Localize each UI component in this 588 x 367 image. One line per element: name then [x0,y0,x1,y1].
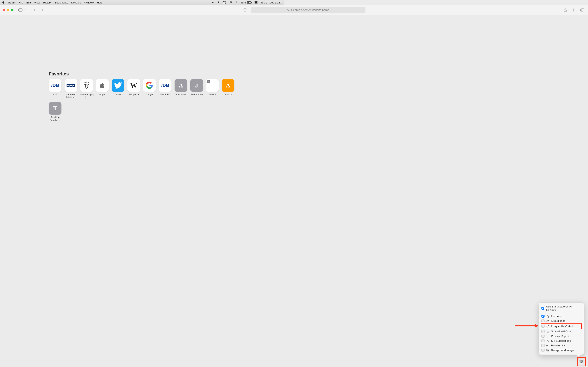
svg-point-2 [231,3,231,4]
favorites-heading: Favorites [49,71,69,77]
menu-view[interactable]: View [34,1,40,4]
favorite-tile[interactable] [96,79,109,92]
favorite-item[interactable]: MAYOCLINICThrombocytopenia (l… [80,79,93,99]
favorite-tile[interactable] [143,79,156,92]
favorite-tile[interactable] [112,79,124,92]
apple-logo-icon[interactable] [2,1,5,4]
favorite-label: Google [146,93,153,96]
favorite-tile[interactable]: A [174,79,187,92]
menu-develop[interactable]: Develop [71,1,81,4]
favorite-tile[interactable]: MAYOCLINIC [80,79,93,92]
favorite-label: Apple [99,93,105,96]
favorite-label: Twitter [114,93,121,96]
start-page: Favorites iDBiDBM|N|TIncrease platelet c… [0,15,284,175]
menu-edit[interactable]: Edit [26,1,31,4]
favorite-tile[interactable]: iDB [49,79,61,92]
menu-file[interactable]: File [19,1,23,4]
safari-toolbar: Search or enter website name [0,5,284,15]
favorite-tile[interactable]: iDB [159,79,172,92]
favorite-item[interactable]: Apple [96,79,109,99]
favorite-tile[interactable]: T [49,102,61,115]
favorite-item[interactable]: AAirtel Admin [174,79,187,99]
favorite-label: Amazon [224,93,232,96]
forward-button[interactable] [40,7,45,13]
favorite-tile[interactable]: J [190,79,203,92]
favorite-item[interactable]: iDBiDB [49,79,61,99]
favorite-item[interactable]: TTracking Details -… [49,102,61,122]
favorites-grid: iDBiDBM|N|TIncrease platelet c…MAYOCLINI… [49,79,234,122]
menu-window[interactable]: Window [84,1,94,4]
svg-point-5 [255,2,256,2]
favorite-tile[interactable]: M [206,79,219,92]
safari-window: Search or enter website name Favorites i… [0,5,284,175]
favorite-item[interactable]: Twitter [112,79,124,99]
favorite-item[interactable]: M|N|TIncrease platelet c… [65,79,77,99]
stage-manager-icon[interactable] [223,1,226,4]
minimize-window-button[interactable] [7,9,9,11]
favorite-item[interactable]: MUseful [206,79,219,99]
battery-icon [247,1,251,4]
battery-percent: 46% [241,1,246,4]
close-window-button[interactable] [3,9,5,11]
svg-rect-7 [18,8,22,11]
favorite-item[interactable]: iDBAnkur iDB [159,79,172,99]
favorite-label: Increase platelet c… [65,93,77,99]
favorite-label: Ankur iDB [160,93,171,96]
fullscreen-window-button[interactable] [11,9,13,11]
sidebar-toggle-button[interactable] [17,7,23,13]
address-bar[interactable]: Search or enter website name [251,7,284,13]
macos-menubar: Safari File Edit View History Bookmarks … [0,0,284,5]
sound-icon[interactable] [211,1,214,4]
wifi-icon[interactable] [229,1,233,4]
svg-rect-1 [223,2,225,4]
favorite-item[interactable]: Google [143,79,156,99]
menu-history[interactable]: History [43,1,51,4]
control-center-icon[interactable] [254,1,258,4]
favorite-label: JioFi Admin [190,93,203,96]
favorite-tile[interactable]: W [127,79,140,92]
favorite-label: iDB [53,93,57,96]
attachment-icon[interactable] [217,1,220,4]
favorite-label: Tracking Details -… [49,116,61,122]
battery-status[interactable]: 46% [241,1,251,4]
favorite-item[interactable]: AAmazon [222,79,234,99]
favorite-item[interactable]: JJioFi Admin [190,79,203,99]
favorite-label: Useful [209,93,216,96]
bluetooth-icon[interactable] [236,1,238,4]
sidebar-dropdown-icon[interactable] [23,7,26,13]
favorite-tile[interactable]: M|N|T [65,79,77,92]
favorite-tile[interactable]: A [222,79,234,92]
menu-bookmarks[interactable]: Bookmarks [55,1,68,4]
app-name[interactable]: Safari [8,1,16,4]
svg-point-6 [257,3,257,3]
favorite-label: Wikipedia [129,93,139,96]
menubar-clock[interactable]: Tue 27 Dec 11:37 [260,1,282,4]
favorite-item[interactable]: WWikipedia [127,79,140,99]
favorite-label: Airtel Admin [174,93,187,96]
favorite-label: Thrombocytopenia (l… [80,93,94,99]
menu-help[interactable]: Help [97,1,103,4]
back-button[interactable] [32,7,38,13]
window-controls [3,9,13,11]
privacy-shield-icon[interactable] [242,7,248,13]
